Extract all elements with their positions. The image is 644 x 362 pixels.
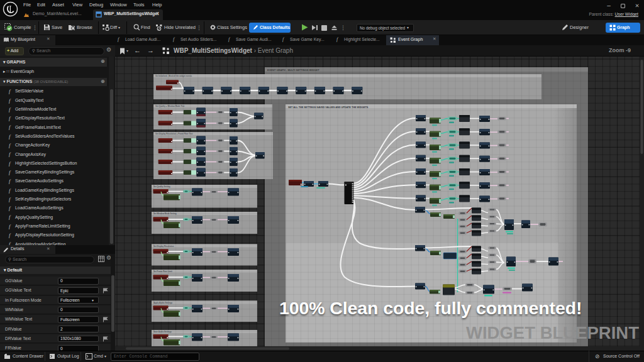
svg-text:Set Display Resolution: Set Display Resolution: [153, 245, 174, 248]
svg-text:Get Quality + Window Mode Text: Get Quality + Window Mode Text: [155, 105, 184, 107]
svg-text:Set Quality Setting: Set Quality Setting: [153, 185, 170, 188]
svg-text:SET ALL THE SETTINGS SAVED VAL: SET ALL THE SETTINGS SAVED VALUES AND UP…: [288, 106, 369, 109]
